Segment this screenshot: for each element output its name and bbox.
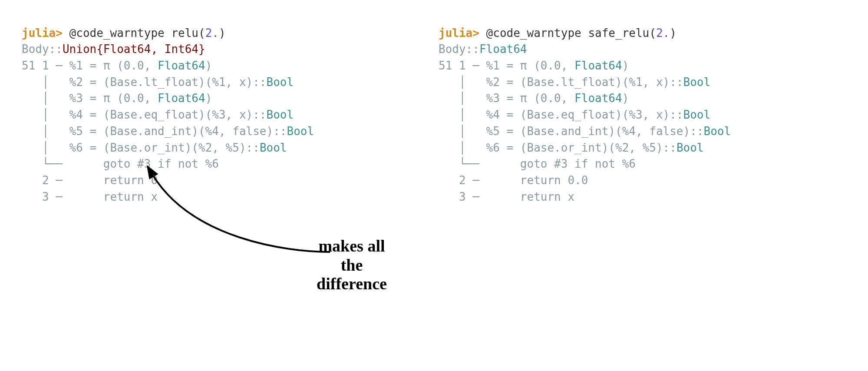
ir-text: │ %5 = (Base.and_int)(%4, false)::: [22, 125, 287, 138]
code-line: 3 ─ return x: [439, 190, 574, 203]
repl-prompt: julia>: [22, 26, 63, 40]
body-label: Body::: [439, 43, 479, 56]
right-code-block: julia> @code_warntype safe_relu(2.) Body…: [439, 9, 829, 222]
annotation-line: difference: [265, 275, 439, 294]
argument-number: 2.: [656, 26, 670, 40]
repl-prompt: julia>: [439, 26, 479, 40]
code-line: 3 ─ return x: [22, 190, 158, 203]
annotation-label: makes all the difference: [265, 237, 439, 294]
ir-text: ): [205, 59, 212, 72]
left-code-block: julia> @code_warntype relu(2.) Body::Uni…: [22, 9, 413, 222]
close-paren: ): [670, 26, 677, 40]
ir-text: │ %5 = (Base.and_int)(%4, false)::: [439, 125, 703, 138]
open-paren: (: [649, 26, 656, 40]
body-type-stable: Float64: [479, 43, 527, 56]
ir-text: │ %3 = π (0.0,: [439, 92, 574, 105]
ir-type: Bool: [267, 108, 294, 121]
ir-text: │ %2 = (Base.lt_float)(%1, x)::: [439, 76, 683, 89]
code-line: │ %5 = (Base.and_int)(%4, false)::Bool: [22, 125, 314, 138]
code-line: │ %4 = (Base.eq_float)(%3, x)::Bool: [22, 108, 294, 121]
ir-text: 51 1 ─ %1 = π (0.0,: [22, 59, 158, 72]
ir-text: ): [205, 92, 212, 105]
code-line: Body::Float64: [439, 43, 527, 56]
close-paren: ): [219, 26, 226, 40]
code-line: │ %6 = (Base.or_int)(%2, %5)::Bool: [22, 141, 287, 154]
ir-type: Float64: [574, 92, 622, 105]
ir-type: Bool: [703, 125, 731, 138]
ir-text: │ %2 = (Base.lt_float)(%1, x)::: [22, 76, 267, 89]
code-line: │ %3 = π (0.0, Float64): [439, 92, 629, 105]
code-line: julia> @code_warntype relu(2.): [22, 26, 226, 40]
code-line: └── goto #3 if not %6: [22, 157, 219, 170]
code-line: 51 1 ─ %1 = π (0.0, Float64): [439, 59, 629, 72]
open-paren: (: [198, 26, 205, 40]
columns-container: julia> @code_warntype relu(2.) Body::Uni…: [22, 9, 846, 222]
macro-call: @code_warntype: [63, 26, 171, 40]
ir-type: Float64: [158, 59, 205, 72]
ir-type: Bool: [260, 141, 287, 154]
ir-text: │ %4 = (Base.eq_float)(%3, x)::: [22, 108, 267, 121]
ir-type: Bool: [683, 76, 711, 89]
annotation-line: the: [265, 256, 439, 275]
ir-text: │ %4 = (Base.eq_float)(%3, x)::: [439, 108, 683, 121]
code-line: │ %2 = (Base.lt_float)(%1, x)::Bool: [22, 76, 294, 89]
ir-type: Float64: [574, 59, 622, 72]
ir-type: Bool: [683, 108, 711, 121]
code-line: └── goto #3 if not %6: [439, 157, 636, 170]
code-line: julia> @code_warntype safe_relu(2.): [439, 26, 677, 40]
macro-call: @code_warntype: [479, 26, 588, 40]
ir-text: 51 1 ─ %1 = π (0.0,: [439, 59, 574, 72]
ir-text: ): [622, 92, 629, 105]
function-name: relu: [171, 26, 198, 40]
code-line: 2 ─ return 0.0: [439, 174, 588, 187]
body-type-unstable: Union{Float64, Int64}: [63, 43, 205, 56]
ir-type: Bool: [287, 125, 314, 138]
code-line: │ %6 = (Base.or_int)(%2, %5)::Bool: [439, 141, 704, 154]
code-line: │ %3 = π (0.0, Float64): [22, 92, 212, 105]
code-line-return-unstable: 2 ─ return 0: [22, 174, 158, 187]
code-line: │ %2 = (Base.lt_float)(%1, x)::Bool: [439, 76, 710, 89]
argument-number: 2.: [205, 26, 219, 40]
ir-type: Bool: [677, 141, 704, 154]
page: julia> @code_warntype relu(2.) Body::Uni…: [0, 0, 868, 371]
ir-text: │ %3 = π (0.0,: [22, 92, 158, 105]
code-line: │ %4 = (Base.eq_float)(%3, x)::Bool: [439, 108, 710, 121]
code-line: │ %5 = (Base.and_int)(%4, false)::Bool: [439, 125, 731, 138]
ir-type: Bool: [267, 76, 294, 89]
ir-text: │ %6 = (Base.or_int)(%2, %5)::: [22, 141, 260, 154]
annotation-line: makes all: [265, 237, 439, 256]
ir-text: ): [622, 59, 629, 72]
ir-type: Float64: [158, 92, 205, 105]
ir-text: │ %6 = (Base.or_int)(%2, %5)::: [439, 141, 677, 154]
function-name: safe_relu: [588, 26, 649, 40]
code-line: Body::Union{Float64, Int64}: [22, 43, 205, 56]
code-line: 51 1 ─ %1 = π (0.0, Float64): [22, 59, 212, 72]
body-label: Body::: [22, 43, 63, 56]
